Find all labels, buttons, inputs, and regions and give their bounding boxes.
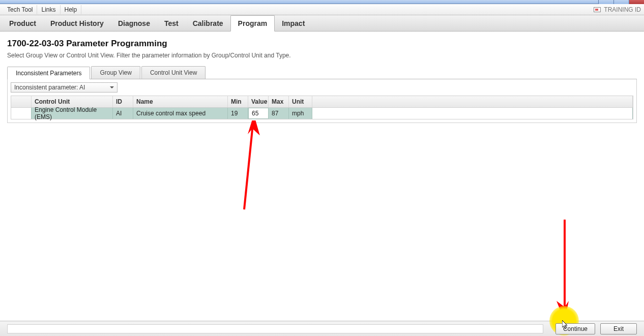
col-value[interactable]: Value — [248, 96, 269, 107]
content-area: 1700-22-03-03 Parameter Programming Sele… — [0, 32, 644, 321]
cell-id: AI — [113, 108, 133, 119]
menu-links[interactable]: Links — [37, 5, 60, 14]
subtab-control-unit-view[interactable]: Control Unit View — [141, 66, 206, 79]
cell-control-unit: Engine Control Module (EMS) — [32, 108, 113, 119]
chevron-down-icon — [110, 86, 114, 88]
row-spacer — [11, 108, 32, 119]
menu-help[interactable]: Help — [61, 5, 82, 14]
status-area — [7, 324, 543, 333]
tab-product-history[interactable]: Product History — [43, 15, 111, 31]
cell-max: 87 — [269, 108, 289, 119]
table-row[interactable]: Engine Control Module (EMS) AI Cruise co… — [11, 108, 633, 119]
col-fill — [312, 96, 633, 107]
col-control-unit[interactable]: Control Unit — [32, 96, 113, 107]
filter-dropdown[interactable]: Inconsistent parameter: AI — [11, 82, 118, 93]
svg-line-0 — [244, 125, 253, 209]
col-spacer — [11, 96, 32, 107]
cell-value[interactable]: 65 — [248, 108, 269, 119]
subtab-group-view[interactable]: Group View — [91, 66, 140, 79]
menu-techtool[interactable]: Tech Tool — [3, 5, 37, 14]
parameter-panel: Inconsistent parameter: AI Control Unit … — [7, 79, 637, 123]
tab-test[interactable]: Test — [157, 15, 186, 31]
page-subtitle: Select Group View or Control Unit View. … — [7, 52, 637, 59]
window-min-button[interactable] — [598, 0, 613, 4]
window-max-button[interactable] — [613, 0, 629, 4]
col-max[interactable]: Max — [269, 96, 289, 107]
annotation-arrow-icon — [231, 120, 262, 212]
cell-unit: mph — [289, 108, 312, 119]
menubar: Tech Tool Links Help TRAINING ID — [0, 4, 644, 15]
cell-min: 19 — [228, 108, 248, 119]
cell-fill — [312, 108, 633, 119]
tab-impact[interactable]: Impact — [275, 15, 312, 31]
window-titlebar — [0, 0, 644, 4]
subtabs: Inconsistent Parameters Group View Contr… — [7, 66, 637, 79]
training-id-label: TRAINING ID — [604, 6, 641, 13]
tab-product[interactable]: Product — [2, 15, 43, 31]
filter-label: Inconsistent parameter: AI — [14, 84, 85, 91]
exit-button[interactable]: Exit — [600, 323, 637, 334]
col-name[interactable]: Name — [133, 96, 228, 107]
main-nav: Product Product History Diagnose Test Ca… — [0, 15, 644, 32]
subtab-inconsistent[interactable]: Inconsistent Parameters — [7, 67, 90, 79]
continue-button[interactable]: Continue — [555, 323, 595, 334]
window-close-button[interactable] — [629, 0, 644, 4]
annotation-arrow-icon — [549, 217, 580, 319]
tab-calibrate[interactable]: Calibrate — [186, 15, 230, 31]
cell-name: Cruise control max speed — [133, 108, 228, 119]
footer-bar: Continue Exit — [0, 321, 644, 336]
training-card-icon — [594, 7, 601, 12]
col-id[interactable]: ID — [113, 96, 133, 107]
page-title: 1700-22-03-03 Parameter Programming — [7, 39, 637, 49]
col-min[interactable]: Min — [228, 96, 248, 107]
parameter-table: Control Unit ID Name Min Value Max Unit … — [11, 96, 633, 119]
tab-program[interactable]: Program — [230, 15, 275, 32]
col-unit[interactable]: Unit — [289, 96, 312, 107]
tab-diagnose[interactable]: Diagnose — [111, 15, 157, 31]
